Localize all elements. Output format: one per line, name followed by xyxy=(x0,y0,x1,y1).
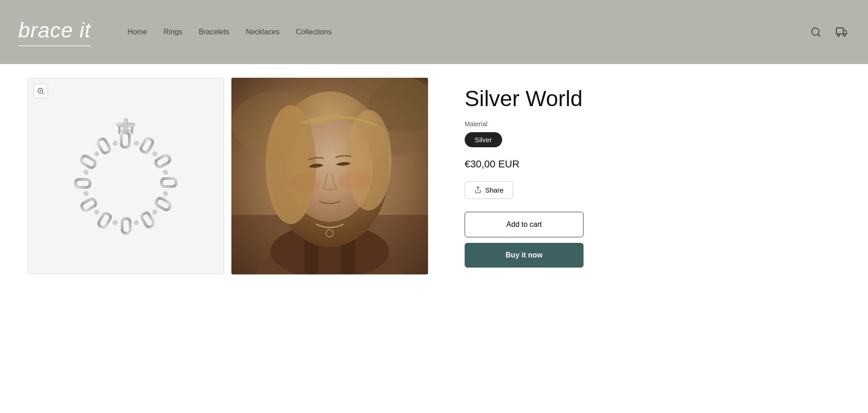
cart-icon xyxy=(836,27,847,38)
svg-point-27 xyxy=(152,150,158,157)
product-price: €30,00 EUR xyxy=(465,158,822,170)
svg-point-35 xyxy=(83,170,89,175)
nav-necklaces[interactable]: Necklaces xyxy=(246,28,279,36)
material-silver-button[interactable]: Silver xyxy=(465,132,502,147)
svg-rect-16 xyxy=(155,154,171,168)
svg-point-37 xyxy=(113,140,118,146)
product-image-1 xyxy=(27,78,224,274)
product-gallery xyxy=(27,78,428,277)
svg-rect-22 xyxy=(80,198,97,212)
svg-point-4 xyxy=(843,34,846,36)
zoom-icon xyxy=(37,87,44,95)
svg-rect-55 xyxy=(231,78,428,274)
logo[interactable]: brace it xyxy=(18,18,91,46)
buy-now-button[interactable]: Buy it now xyxy=(465,243,584,268)
svg-rect-20 xyxy=(122,219,130,233)
search-icon xyxy=(810,27,821,38)
svg-rect-25 xyxy=(96,138,111,155)
svg-point-36 xyxy=(93,150,100,157)
svg-line-1 xyxy=(818,34,820,36)
nav-bracelets[interactable]: Bracelets xyxy=(198,28,229,36)
product-image-2 xyxy=(231,78,428,274)
main-content: Silver World Material Silver €30,00 EUR … xyxy=(0,64,868,290)
header-right xyxy=(808,24,850,40)
nav-rings[interactable]: Rings xyxy=(164,28,182,36)
search-button[interactable] xyxy=(808,24,824,40)
material-label: Material xyxy=(465,120,822,128)
svg-line-6 xyxy=(42,92,43,94)
svg-point-28 xyxy=(163,170,168,175)
bracelet-illustration xyxy=(53,103,199,249)
svg-rect-24 xyxy=(80,155,97,169)
svg-rect-17 xyxy=(161,178,176,187)
nav-collections[interactable]: Collections xyxy=(296,28,332,36)
site-header: brace it Home Rings Bracelets Necklaces … xyxy=(0,0,868,64)
svg-point-33 xyxy=(93,209,100,215)
svg-rect-14 xyxy=(121,133,129,147)
share-icon xyxy=(474,186,482,193)
svg-point-26 xyxy=(134,140,139,146)
svg-rect-18 xyxy=(155,197,172,211)
nav-home[interactable]: Home xyxy=(128,28,147,36)
svg-rect-19 xyxy=(140,212,155,229)
svg-rect-15 xyxy=(139,137,154,154)
svg-rect-2 xyxy=(836,28,843,34)
product-title: Silver World xyxy=(465,87,822,111)
cart-button[interactable] xyxy=(833,24,850,40)
material-options: Silver xyxy=(465,132,822,147)
header-left: brace it Home Rings Bracelets Necklaces … xyxy=(18,18,332,46)
svg-point-32 xyxy=(113,220,118,225)
product-info: Silver World Material Silver €30,00 EUR … xyxy=(446,78,841,277)
add-to-cart-button[interactable]: Add to cart xyxy=(465,212,584,237)
svg-rect-23 xyxy=(75,179,90,188)
svg-point-34 xyxy=(83,191,89,196)
svg-point-30 xyxy=(152,209,158,215)
main-nav: Home Rings Bracelets Necklaces Collectio… xyxy=(128,28,332,36)
svg-rect-13 xyxy=(124,118,128,131)
share-button[interactable]: Share xyxy=(465,181,513,199)
svg-point-29 xyxy=(163,191,168,196)
share-label: Share xyxy=(485,186,504,194)
zoom-button[interactable] xyxy=(33,84,48,98)
svg-point-3 xyxy=(837,34,840,36)
portrait-illustration xyxy=(231,78,428,274)
svg-point-31 xyxy=(134,220,139,225)
svg-rect-21 xyxy=(97,212,112,229)
